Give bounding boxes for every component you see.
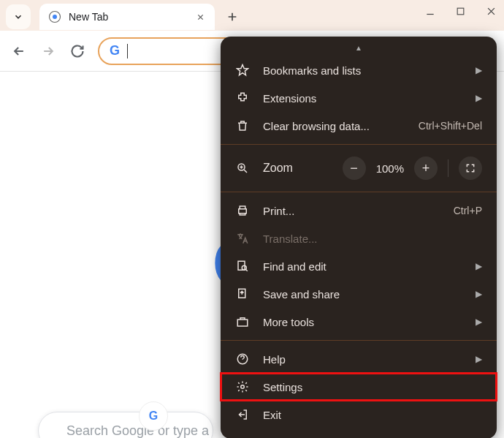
menu-translate: Translate... [221,224,497,252]
menu-label: Bookmarks and lists [263,64,462,77]
close-icon [196,13,205,21]
fullscreen-button[interactable] [459,156,482,180]
menu-settings[interactable]: Settings [221,373,497,401]
search-placeholder: Search Google or type a URL [66,423,213,439]
zoom-value: 100% [376,162,404,175]
arrow-left-icon [12,44,26,58]
tab-close-button[interactable] [194,11,206,23]
chevron-right-icon: ▶ [476,65,482,75]
svg-rect-5 [239,209,247,214]
tab-title: New Tab [69,11,187,23]
chevron-right-icon: ▶ [476,93,482,103]
help-icon [235,352,250,366]
find-icon [235,260,250,273]
search-box[interactable]: Search Google or type a URL [38,412,213,438]
tab-newtab[interactable]: New Tab [39,4,215,30]
maximize-icon [456,7,465,16]
chevron-down-icon [13,12,23,22]
zoom-in-button[interactable]: + [414,156,438,180]
menu-help[interactable]: Help ▶ [221,345,497,373]
menu-print[interactable]: Print... Ctrl+P [221,197,497,224]
menu-separator [221,340,497,341]
tabs-dropdown-button[interactable] [6,4,31,29]
text-cursor [127,44,128,58]
menu-label: Print... [263,205,440,217]
close-window-button[interactable] [486,6,497,17]
menu-label: Exit [263,409,482,421]
menu-zoom: Zoom − 100% + [221,149,497,187]
arrow-right-icon [41,44,56,58]
menu-label: Settings [263,381,482,393]
reload-icon [70,44,85,58]
forward-button[interactable] [39,42,57,60]
gear-icon [235,380,250,393]
zoom-out-button[interactable]: − [343,156,366,180]
chevron-right-icon: ▶ [476,317,482,327]
maximize-button[interactable] [456,6,465,17]
new-tab-button[interactable] [226,11,238,23]
divider [448,159,448,177]
tabstrip: New Tab [0,0,504,31]
reload-button[interactable] [69,42,86,60]
menu-save-share[interactable]: Save and share ▶ [221,280,497,308]
menu-separator [221,192,497,192]
minimize-icon [425,7,435,17]
shortcut-avatar[interactable]: G [139,401,168,431]
menu-scroll-up-icon: ▲ [221,42,497,56]
menu-label: Clear browsing data... [263,120,405,132]
menu-exit[interactable]: Exit [221,401,497,428]
menu-shortcut: Ctrl+P [454,205,482,216]
svg-rect-9 [237,320,248,326]
plus-icon [226,11,238,23]
back-button[interactable] [10,42,28,60]
menu-label: Find and edit [263,260,462,273]
menu-more-tools[interactable]: More tools ▶ [221,308,497,336]
toolbox-icon [235,315,250,328]
share-icon [235,287,250,301]
chrome-menu: ▲ Bookmarks and lists ▶ Extensions ▶ Cle… [221,37,497,438]
chrome-icon [48,10,61,23]
menu-label: Save and share [263,288,462,301]
extension-icon [235,91,250,105]
menu-label: Help [263,353,462,366]
menu-clear-browsing-data[interactable]: Clear browsing data... Ctrl+Shift+Del [221,112,497,140]
exit-icon [235,408,250,421]
star-icon [235,64,250,77]
menu-label: Extensions [263,92,462,105]
menu-bookmarks[interactable]: Bookmarks and lists ▶ [221,56,497,84]
svg-point-1 [53,15,57,19]
print-icon [235,204,250,217]
menu-extensions[interactable]: Extensions ▶ [221,84,497,112]
zoom-icon [235,162,250,175]
google-g-icon: G [149,409,158,423]
chevron-right-icon: ▶ [476,261,482,271]
svg-point-11 [241,385,245,389]
zoom-label: Zoom [263,162,329,175]
menu-separator [221,144,497,145]
menu-shortcut: Ctrl+Shift+Del [419,120,482,132]
menu-label: Translate... [263,233,482,245]
chevron-right-icon: ▶ [476,354,482,364]
menu-find-edit[interactable]: Find and edit ▶ [221,252,497,280]
menu-label: More tools [263,316,462,328]
translate-icon [235,232,250,245]
minimize-button[interactable] [425,6,435,17]
google-g-icon: G [110,43,120,58]
chevron-right-icon: ▶ [476,289,482,299]
trash-icon [235,119,250,132]
svg-rect-2 [457,8,464,15]
fullscreen-icon [465,163,476,173]
close-icon [486,6,497,17]
